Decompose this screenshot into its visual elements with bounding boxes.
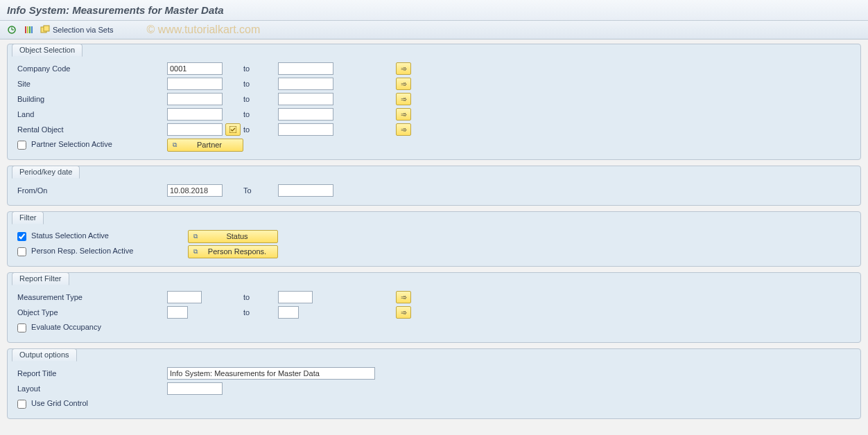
toolbar: Selection via Sets © www.tutorialkart.co…: [0, 21, 868, 39]
label-partner-selection-text: Partner Selection Active: [31, 140, 112, 148]
expand-icon: ⧉: [191, 247, 200, 256]
group-filter: Filter Status Selection Active ⧉ Status …: [7, 211, 861, 267]
svg-rect-9: [229, 126, 236, 133]
multiple-selection-company-code[interactable]: ➾: [396, 62, 411, 75]
group-report-filter: Report Filter Measurement Type to ➾ Obje…: [7, 272, 861, 343]
input-company-code-to[interactable]: [278, 62, 333, 75]
svg-rect-5: [29, 26, 31, 33]
checkbox-partner-selection[interactable]: [17, 141, 26, 150]
multiple-selection-object-type[interactable]: ➾: [396, 306, 411, 319]
selection-via-sets-button[interactable]: Selection via Sets: [39, 24, 114, 35]
page-title: Info System: Measurements for Master Dat…: [7, 4, 224, 16]
label-person-selection: Person Resp. Selection Active: [15, 247, 167, 256]
to-label: to: [243, 110, 278, 118]
label-evaluate-occupancy: Evaluate Occupancy: [15, 323, 167, 332]
label-layout: Layout: [15, 384, 167, 393]
multiple-selection-building[interactable]: ➾: [396, 93, 411, 105]
variant-icon[interactable]: [22, 24, 35, 36]
to-label: to: [243, 95, 278, 103]
status-button[interactable]: ⧉ Status: [188, 230, 278, 243]
input-report-title[interactable]: [167, 367, 375, 380]
input-building-from[interactable]: [167, 93, 223, 105]
to-label: to: [243, 125, 278, 134]
input-rental-object-from[interactable]: [167, 123, 223, 136]
label-status-selection: Status Selection Active: [15, 231, 167, 241]
to-label: to: [243, 293, 278, 301]
rental-object-search-help-icon[interactable]: [225, 123, 241, 136]
label-person-selection-text: Person Resp. Selection Active: [31, 247, 133, 255]
group-title-output: Output options: [12, 348, 77, 362]
label-partner-selection: Partner Selection Active: [15, 140, 167, 150]
svg-rect-6: [31, 26, 33, 33]
label-rental-object: Rental Object: [15, 125, 167, 134]
multiple-selection-measurement-type[interactable]: ➾: [396, 291, 411, 303]
label-building: Building: [15, 95, 167, 103]
label-measurement-type: Measurement Type: [15, 293, 167, 301]
label-land: Land: [15, 110, 167, 118]
expand-icon: ⧉: [171, 141, 179, 149]
to-label: to: [243, 64, 278, 73]
person-respons-button[interactable]: ⧉ Person Respons.: [188, 245, 278, 258]
selection-via-sets-label: Selection via Sets: [53, 26, 113, 34]
input-site-from[interactable]: [167, 78, 223, 90]
content-area: Object Selection Company Code to ➾ Site …: [0, 39, 868, 432]
group-title-filter: Filter: [12, 211, 44, 224]
partner-button[interactable]: ⧉ Partner: [167, 139, 243, 152]
svg-rect-3: [25, 26, 26, 33]
group-title-object-selection: Object Selection: [12, 44, 83, 57]
partner-button-label: Partner: [183, 141, 236, 149]
label-from-on: From/On: [15, 186, 167, 195]
checkbox-use-grid[interactable]: [17, 400, 26, 409]
checkbox-status-selection[interactable]: [17, 232, 26, 241]
input-object-type-to[interactable]: [278, 306, 299, 319]
svg-rect-8: [44, 26, 49, 31]
input-company-code-from[interactable]: [167, 62, 223, 75]
group-period: Period/key date From/On To: [7, 166, 861, 206]
input-object-type-from[interactable]: [167, 306, 188, 319]
input-layout[interactable]: [167, 382, 223, 395]
label-report-title: Report Title: [15, 369, 167, 378]
input-land-from[interactable]: [167, 108, 223, 121]
multiple-selection-rental-object[interactable]: ➾: [396, 123, 411, 136]
input-site-to[interactable]: [278, 78, 333, 90]
label-company-code: Company Code: [15, 64, 167, 73]
label-use-grid-text: Use Grid Control: [31, 399, 88, 407]
input-rental-object-to[interactable]: [278, 123, 333, 136]
input-from-on[interactable]: [167, 184, 223, 197]
label-evaluate-occupancy-text: Evaluate Occupancy: [31, 323, 101, 331]
input-measurement-type-from[interactable]: [167, 291, 202, 303]
execute-icon[interactable]: [6, 24, 18, 36]
multiple-selection-land[interactable]: ➾: [396, 108, 411, 121]
label-object-type: Object Type: [15, 308, 167, 317]
label-site: Site: [15, 80, 167, 88]
input-building-to[interactable]: [278, 93, 333, 105]
to-label: to: [243, 80, 278, 88]
expand-icon: ⧉: [191, 232, 200, 240]
label-use-grid: Use Grid Control: [15, 399, 167, 409]
group-object-selection: Object Selection Company Code to ➾ Site …: [7, 44, 861, 160]
person-button-label: Person Respons.: [204, 247, 270, 256]
header-bar: Info System: Measurements for Master Dat…: [0, 0, 868, 21]
group-title-report-filter: Report Filter: [12, 272, 69, 285]
input-land-to[interactable]: [278, 108, 333, 121]
input-period-to[interactable]: [278, 184, 333, 197]
watermark-text: © www.tutorialkart.com: [146, 24, 260, 36]
multiple-selection-site[interactable]: ➾: [396, 78, 411, 90]
status-button-label: Status: [204, 232, 270, 240]
checkbox-person-selection[interactable]: [17, 247, 26, 256]
group-output-options: Output options Report Title Layout Use G…: [7, 348, 861, 419]
checkbox-evaluate-occupancy[interactable]: [17, 323, 26, 332]
svg-rect-4: [27, 26, 28, 33]
to-label: To: [243, 186, 278, 195]
to-label: to: [243, 308, 278, 317]
input-measurement-type-to[interactable]: [278, 291, 313, 303]
group-title-period: Period/key date: [12, 166, 80, 179]
label-status-selection-text: Status Selection Active: [31, 231, 109, 240]
